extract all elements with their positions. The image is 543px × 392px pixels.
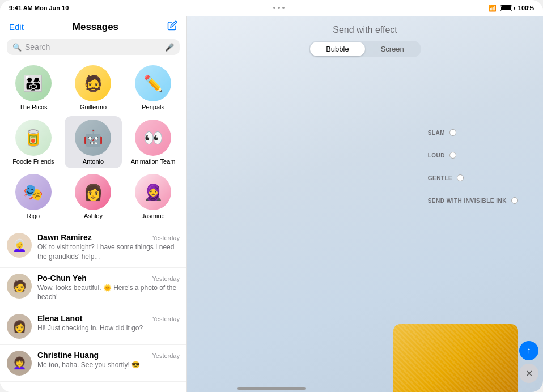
contact-item-ricos[interactable]: 👨‍👩‍👧 The Ricos: [5, 62, 62, 114]
send-effect-title: Send with effect: [187, 25, 543, 35]
msg-time-elena: Yesterday: [152, 316, 180, 322]
status-dot-3: [282, 7, 285, 9]
effect-label-loud: LOUD: [428, 152, 445, 159]
effect-radio-loud[interactable]: [449, 152, 456, 159]
effect-radio-invisible[interactable]: [511, 197, 518, 204]
sidebar: Edit Messages 🔍 Search 🎤 👨‍👩‍👧: [0, 16, 187, 392]
contact-name-animation: Animation Team: [131, 158, 176, 165]
contact-name-rigo: Rigo: [27, 212, 40, 219]
screen-toggle[interactable]: Screen: [365, 42, 420, 56]
contact-item-guillermo[interactable]: 🧔 Guillermo: [65, 62, 122, 114]
msg-preview-christine: Me too, haha. See you shortly! 😎: [37, 360, 180, 370]
contact-name-foodie: Foodie Friends: [12, 158, 54, 165]
send-icon: ↑: [527, 346, 531, 356]
msg-name-pochun: Po-Chun Yeh: [37, 274, 87, 283]
invisible-ink-card: [393, 324, 518, 392]
msg-preview-elena: Hi! Just checking in. How did it go?: [37, 323, 180, 333]
contact-name-antonio: Antonio: [83, 158, 104, 165]
right-panel: Send with effect Bubble Screen SLAM LOUD…: [187, 16, 543, 392]
message-item-elena[interactable]: 👩 Elena Lanot Yesterday Hi! Just checkin…: [0, 308, 186, 345]
home-indicator: [237, 387, 306, 390]
cancel-button[interactable]: ✕: [519, 364, 538, 383]
contact-avatar-penpals: ✏️: [135, 65, 171, 101]
msg-time-pochun: Yesterday: [152, 275, 180, 282]
contact-avatar-rigo: 🎭: [15, 174, 52, 210]
msg-content-elena: Elena Lanot Yesterday Hi! Just checking …: [37, 314, 180, 333]
status-bar: 9:41 AM Mon Jun 10 📶 100%: [0, 0, 543, 16]
message-item-pochun[interactable]: 🧑 Po-Chun Yeh Yesterday Wow, looks beaut…: [0, 268, 186, 309]
battery-indicator: [500, 5, 515, 11]
contact-avatar-jasmine: 🧕: [135, 174, 171, 210]
msg-time-christine: Yesterday: [152, 352, 180, 359]
message-item-christine[interactable]: 👩‍🦱 Christine Huang Yesterday Me too, ha…: [0, 345, 186, 382]
effect-radio-gentle[interactable]: [457, 174, 464, 181]
edit-button[interactable]: Edit: [9, 22, 24, 32]
contacts-grid: 👨‍👩‍👧 The Ricos 🧔 Guillermo ✏️ Penpals 🥫…: [0, 59, 186, 227]
msg-name-christine: Christine Huang: [37, 351, 99, 360]
contact-name-ashley: Ashley: [84, 212, 103, 219]
msg-content-dawn: Dawn Ramirez Yesterday OK to visit tonig…: [37, 233, 180, 262]
status-right: 📶 100%: [489, 5, 534, 12]
main-layout: Edit Messages 🔍 Search 🎤 👨‍👩‍👧: [0, 16, 543, 392]
toggle-container: Bubble Screen: [309, 41, 421, 57]
effect-item-slam[interactable]: SLAM: [428, 129, 518, 136]
wifi-icon: 📶: [489, 5, 497, 12]
msg-time-dawn: Yesterday: [152, 235, 180, 241]
battery-percent: 100%: [518, 5, 534, 11]
contact-item-foodie[interactable]: 🥫 Foodie Friends: [5, 116, 62, 168]
contact-name-jasmine: Jasmine: [142, 212, 165, 219]
effect-item-gentle[interactable]: GENTLE: [428, 174, 518, 181]
bubble-toggle[interactable]: Bubble: [310, 42, 364, 56]
effect-label-gentle: GENTLE: [428, 175, 453, 181]
contact-avatar-foodie: 🥫: [15, 120, 52, 156]
microphone-icon[interactable]: 🎤: [165, 43, 174, 52]
msg-name-elena: Elena Lanot: [37, 314, 82, 323]
status-dot-1: [273, 7, 275, 9]
contact-avatar-antonio: 🤖: [75, 120, 111, 156]
contact-avatar-ashley: 👩: [75, 174, 111, 210]
effect-label-invisible: SEND WITH INVISIBLE INK: [428, 198, 507, 204]
contact-item-penpals[interactable]: ✏️ Penpals: [124, 62, 182, 114]
message-item-dawn[interactable]: 👩‍🦳 Dawn Ramirez Yesterday OK to visit t…: [0, 227, 186, 268]
contact-item-jasmine[interactable]: 🧕 Jasmine: [124, 171, 182, 223]
compose-button[interactable]: [167, 20, 177, 33]
search-bar[interactable]: 🔍 Search 🎤: [7, 39, 180, 55]
contact-item-ashley[interactable]: 👩 Ashley: [65, 171, 122, 223]
msg-preview-dawn: OK to visit tonight? I have some things …: [37, 242, 180, 262]
msg-name-dawn: Dawn Ramirez: [37, 233, 92, 242]
msg-avatar-dawn: 👩‍🦳: [7, 233, 32, 258]
msg-content-christine: Christine Huang Yesterday Me too, haha. …: [37, 351, 180, 370]
search-input[interactable]: Search: [25, 42, 162, 52]
search-icon: 🔍: [12, 43, 22, 52]
status-time: 9:41 AM Mon Jun 10: [9, 5, 69, 11]
status-center: [273, 7, 285, 9]
effect-item-invisible[interactable]: SEND WITH INVISIBLE INK: [428, 197, 518, 204]
msg-avatar-elena: 👩: [7, 314, 32, 339]
effect-label-slam: SLAM: [428, 130, 445, 136]
effect-toggle: Bubble Screen: [187, 41, 543, 57]
device-frame: 9:41 AM Mon Jun 10 📶 100% Edit Messages: [0, 0, 543, 392]
contact-item-animation[interactable]: 👀 Animation Team: [124, 116, 182, 168]
contact-avatar-animation: 👀: [135, 120, 171, 156]
sidebar-header: Edit Messages: [0, 16, 186, 37]
send-button[interactable]: ↑: [519, 341, 538, 360]
msg-content-pochun: Po-Chun Yeh Yesterday Wow, looks beautif…: [37, 274, 180, 302]
msg-avatar-christine: 👩‍🦱: [7, 351, 32, 376]
contact-item-rigo[interactable]: 🎭 Rigo: [5, 171, 62, 223]
contact-name-ricos: The Ricos: [19, 104, 48, 110]
contact-name-penpals: Penpals: [142, 104, 164, 110]
sidebar-title: Messages: [73, 22, 118, 33]
status-dot-2: [278, 7, 280, 9]
invisible-ink-texture: [393, 324, 518, 392]
contact-name-guillermo: Guillermo: [80, 104, 107, 110]
contact-avatar-guillermo: 🧔: [75, 65, 111, 101]
effects-list: SLAM LOUD GENTLE SEND WITH INVISIBLE INK: [428, 129, 518, 204]
msg-avatar-pochun: 🧑: [7, 274, 32, 299]
contact-avatar-ricos: 👨‍👩‍👧: [15, 65, 52, 101]
msg-preview-pochun: Wow, looks beautiful. 🌞 Here's a photo o…: [37, 283, 180, 302]
cancel-icon: ✕: [525, 368, 533, 379]
effect-item-loud[interactable]: LOUD: [428, 152, 518, 159]
contact-item-antonio[interactable]: 🤖 Antonio: [65, 116, 122, 168]
message-list: 👩‍🦳 Dawn Ramirez Yesterday OK to visit t…: [0, 227, 186, 392]
effect-radio-slam[interactable]: [449, 129, 456, 136]
